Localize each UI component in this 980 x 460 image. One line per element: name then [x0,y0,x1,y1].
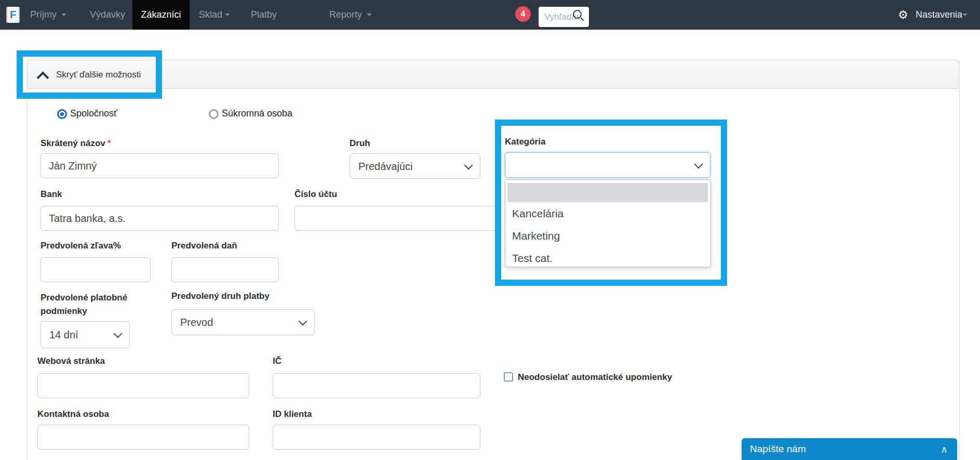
dan-input[interactable] [171,257,279,282]
bank-field-wrap [41,206,279,231]
kategoria-option-marketing[interactable]: Marketing [505,225,710,247]
id-klienta-input[interactable] [273,425,480,450]
gear-icon[interactable]: ⚙ [898,0,908,30]
druh-select[interactable]: Predávajúci [350,153,480,179]
zlava-field-wrap [41,257,151,282]
kategoria-label: Kategória [505,137,545,147]
nav-item-platby[interactable]: Platby [251,0,277,30]
chevron-down-icon[interactable] [367,14,372,19]
chevron-up-icon: ∧ [941,443,948,455]
druh-platby-value: Prevod [180,317,213,328]
hide-more-options-toggle[interactable] [27,60,959,89]
top-navbar: F Príjmy Výdavky Zákazníci Sklad Platby … [0,0,980,30]
cislo-uctu-field-wrap [294,206,501,231]
cislo-uctu-input[interactable] [294,206,501,231]
id-klienta-field-wrap [273,425,480,450]
logo-letter: F [10,9,16,21]
short-name-field-wrap [41,153,279,178]
platobne-podmienky-value: 14 dní [49,329,78,341]
chat-widget-bar[interactable]: Napíšte nám ∧ [742,438,957,460]
web-label: Webová stránka [37,356,105,366]
app-logo[interactable]: F [6,7,20,23]
customer-form-card [27,60,960,460]
chevron-down-icon [299,317,307,326]
druh-select-value: Predávajúci [358,160,413,172]
chat-widget-label: Napíšte nám [750,443,806,455]
kontaktna-osoba-label: Kontaktná osoba [37,409,109,419]
chevron-down-icon[interactable] [61,14,66,19]
upomienky-checkbox[interactable] [504,372,513,382]
kategoria-option-test-cat[interactable]: Test cat. [505,247,710,269]
dan-label: Predvolená daň [171,241,237,251]
chevron-down-icon [694,160,703,168]
chevron-down-icon [114,330,123,338]
nav-item-vydavky[interactable]: Výdavky [90,0,125,30]
kategoria-option-kancelaria[interactable]: Kancelária [505,202,710,225]
zlava-input[interactable] [41,257,151,282]
druh-platby-label: Predvolený druh platby [171,291,270,301]
kontaktna-osoba-field-wrap [37,425,249,450]
nav-item-sklad[interactable]: Sklad [199,0,222,30]
kategoria-dropdown: Kancelária Marketing Test cat. [505,179,711,267]
ic-field-wrap [273,373,480,398]
ic-input[interactable] [273,373,480,398]
bank-input[interactable] [41,206,279,231]
druh-label: Druh [350,138,370,149]
nav-item-prijmy[interactable]: Príjmy [30,0,57,30]
druh-platby-select[interactable]: Prevod [171,309,315,335]
bank-label: Bank [41,189,62,200]
required-asterisk: * [108,138,111,148]
radio-spolocnost-label[interactable]: Spoločnosť [70,108,117,119]
zlava-label: Predvolená zľava% [41,241,121,251]
notification-badge[interactable]: 4 [515,6,531,22]
cislo-uctu-label: Číslo účtu [294,189,337,200]
web-field-wrap [37,373,249,398]
nav-item-nastavenia[interactable]: Nastavenia [916,0,962,30]
upomienky-label[interactable]: Neodosielať automatické upomienky [518,372,672,383]
radio-sukromna-osoba-label[interactable]: Súkromná osoba [222,108,292,119]
platobne-podmienky-select[interactable]: 14 dní [41,321,130,348]
kategoria-select[interactable] [505,152,710,178]
search-box [539,7,589,27]
id-klienta-label: ID klienta [273,409,312,419]
customer-edit-page: F Príjmy Výdavky Zákazníci Sklad Platby … [0,0,980,460]
nav-item-zakaznici[interactable]: Zákazníci [132,0,190,30]
radio-sukromna-osoba[interactable] [209,109,219,119]
short-name-input[interactable] [41,153,279,178]
chevron-down-icon[interactable] [962,14,968,19]
short-name-label: Skrátený názov* [41,138,111,149]
kontaktna-osoba-input[interactable] [37,425,249,450]
nav-item-reporty[interactable]: Reporty [329,0,362,30]
dan-field-wrap [171,257,279,282]
kategoria-option-empty[interactable] [507,183,708,202]
web-input[interactable] [37,373,249,398]
ic-label: IČ [273,356,281,366]
chevron-down-icon [464,161,473,169]
search-input[interactable] [539,7,589,27]
platobne-podmienky-label: Predvolené platobné podmienky [41,291,157,319]
search-icon[interactable] [573,10,582,19]
toggle-label[interactable]: Skryť ďalšie možnosti [56,70,141,80]
radio-spolocnost[interactable] [57,109,67,119]
chevron-down-icon[interactable] [225,14,230,19]
